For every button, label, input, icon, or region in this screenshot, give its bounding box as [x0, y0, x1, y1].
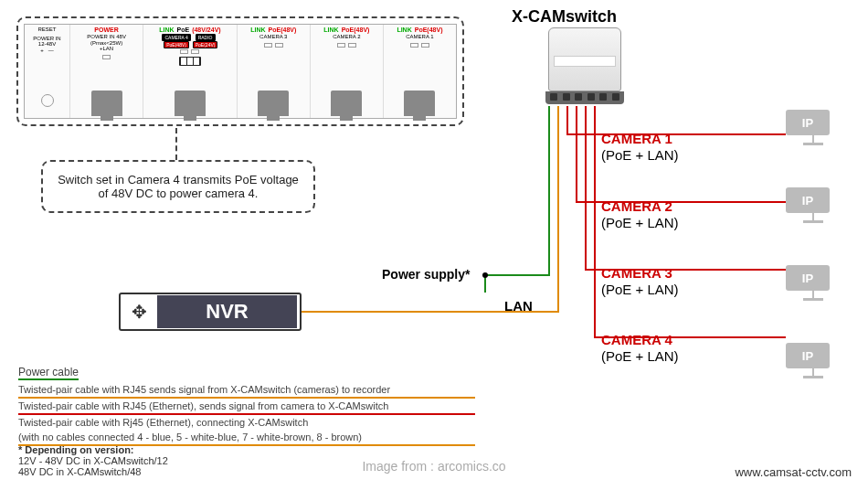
port-powerin: POWER POWER IN 48V (Pmax<25W) +LAN — [70, 25, 143, 118]
voltage-label: (48V/24V) — [192, 27, 221, 33]
port-cam1: LINK PoE(48V) CAMERA 1 — [384, 25, 456, 118]
link-label: LINK — [250, 27, 265, 33]
wire-cam1 — [566, 106, 568, 133]
ip-badge: IP — [786, 110, 830, 135]
wire-cam3 — [585, 106, 587, 269]
switch-detail-panel: RESET POWER IN 12-48V + — POWER POWER IN… — [16, 16, 464, 126]
legend-line2: Twisted-pair cable with RJ45 (Ethernet),… — [18, 399, 475, 415]
camera2-sub: (PoE + LAN) — [601, 215, 679, 230]
watermark: Image from : arcomics.co — [362, 459, 505, 474]
rj45-port-icon — [331, 91, 362, 116]
cam2-name: CAMERA 2 — [333, 34, 360, 40]
link-label: LINK — [159, 27, 174, 33]
diagram-root: X-CAMswitch RESET POWER IN 12-48V + — PO… — [0, 0, 868, 490]
camera2-name: CAMERA 2 — [601, 198, 672, 214]
port-cam3: LINK PoE(48V) CAMERA 3 — [238, 25, 311, 118]
footnote-title: * Depending on version: — [18, 444, 134, 455]
dip-switch-icon — [179, 57, 201, 66]
ip-camera-icon: IP — [786, 110, 841, 146]
ip-camera-icon: IP — [786, 265, 841, 302]
cam1-name: CAMERA 1 — [406, 34, 433, 40]
power-supply-label: Power supply* — [382, 267, 470, 282]
ip-badge: IP — [786, 187, 830, 213]
power-led-label: POWER — [94, 27, 118, 33]
xcamswitch-device-icon — [539, 27, 630, 119]
powerin-sub: POWER IN 48V (Pmax<25W) +LAN — [87, 34, 126, 52]
poe-label: PoE — [177, 27, 190, 33]
callout-connector — [175, 128, 177, 160]
rj45-port-icon — [404, 91, 435, 116]
camera1-sub: (PoE + LAN) — [601, 147, 679, 163]
legend-line1: Twisted-pair cable with RJ45 sends signa… — [18, 382, 475, 399]
poe-label: PoE(48V) — [269, 27, 297, 33]
wire-cam2 — [576, 106, 577, 201]
camera1-name: CAMERA 1 — [601, 131, 672, 146]
poe-label: PoE(48V) — [415, 27, 443, 33]
ip-camera-icon: IP — [786, 343, 841, 379]
lan-label: LAN — [504, 298, 533, 314]
wire-cam4 — [594, 106, 596, 336]
cam3-name: CAMERA 3 — [259, 34, 287, 40]
camera2-label: CAMERA 2 (PoE + LAN) — [601, 198, 679, 231]
legend: Power cable Twisted-pair cable with RJ45… — [18, 366, 475, 446]
device-title: X-CAMswitch — [512, 7, 617, 27]
powerin-label: POWER IN 12-48V + — — [33, 36, 60, 54]
port-cam2: LINK PoE(48V) CAMERA 2 — [311, 25, 384, 118]
camera3-label: CAMERA 3 (PoE + LAN) — [601, 265, 679, 298]
wire-power — [548, 106, 550, 276]
footnote-v2: 48V DC in X-CAMswitch/48 — [18, 466, 142, 477]
rj45-port-icon — [258, 91, 289, 116]
ip-badge: IP — [786, 265, 830, 291]
chip-cam4: CAMERA 4 — [162, 34, 190, 41]
port-reset: RESET POWER IN 12-48V + — — [25, 25, 70, 118]
footnote-v1: 12V - 48V DC in X-CAMswitch/12 — [18, 455, 168, 466]
nvr-label: NVR — [157, 295, 297, 328]
legend-title: Power cable — [18, 366, 79, 380]
callout-box: Switch set in Camera 4 transmits PoE vol… — [41, 160, 315, 213]
camera1-label: CAMERA 1 (PoE + LAN) — [601, 131, 679, 164]
link-label: LINK — [323, 27, 338, 33]
power-supply-dot — [482, 272, 488, 278]
chip-radio-poe: PoE(24V) — [193, 41, 218, 48]
footnote: * Depending on version: 12V - 48V DC in … — [18, 444, 168, 477]
ip-badge: IP — [786, 343, 830, 368]
camera4-name: CAMERA 4 — [601, 332, 672, 347]
camera4-sub: (PoE + LAN) — [601, 348, 679, 364]
switch-panel-inner: RESET POWER IN 12-48V + — POWER POWER IN… — [24, 24, 457, 119]
wire-power — [484, 274, 548, 276]
reset-label: RESET — [38, 27, 57, 33]
nvr-dpad-icon: ✥ — [121, 295, 157, 328]
reset-button-icon — [41, 94, 54, 107]
nvr-device: ✥ NVR — [119, 293, 302, 331]
poe-label: PoE(48V) — [342, 27, 370, 33]
rj45-port-icon — [175, 91, 206, 116]
chip-radio: RADIO — [196, 34, 216, 41]
camera4-label: CAMERA 4 (PoE + LAN) — [601, 332, 679, 365]
camera3-name: CAMERA 3 — [601, 265, 672, 281]
port-cam4: LINK PoE (48V/24V) CAMERA 4 PoE(48V) RAD… — [143, 25, 238, 118]
chip-cam4-poe: PoE(48V) — [164, 41, 189, 48]
link-label: LINK — [397, 27, 411, 33]
camera3-sub: (PoE + LAN) — [601, 282, 679, 297]
website-url: www.camsat-cctv.com — [735, 465, 852, 479]
rj45-port-icon — [91, 91, 122, 116]
wire-lan — [557, 106, 559, 313]
legend-line3a: Twisted-pair cable with Rj45 (Ethernet),… — [18, 415, 475, 430]
ip-camera-icon: IP — [786, 187, 841, 224]
